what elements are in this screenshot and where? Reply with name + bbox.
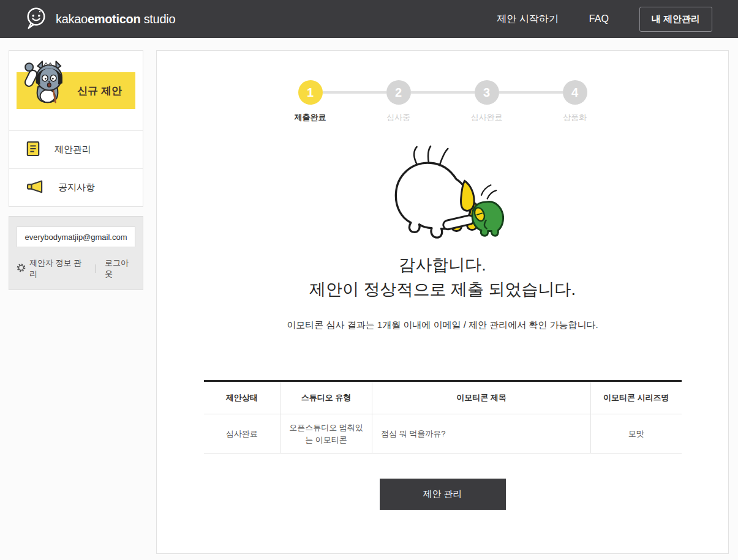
main-content: 1 제출완료 2 심사중 3 심사완료 4 상품화 (156, 50, 729, 554)
step-submitted: 1 제출완료 (298, 80, 323, 105)
table-row: 심사완료 오픈스튜디오 멈춰있는 이모티콘 점심 뭐 먹을까유? 모맛 (204, 414, 682, 454)
document-icon (26, 141, 40, 159)
sidebar-menu-card: 신규 제안 제안관리 (9, 50, 143, 207)
new-proposal-banner[interactable]: 신규 제안 (17, 72, 135, 109)
thanks-line-2: 제안이 정상적으로 제출 되었습니다. (157, 277, 728, 302)
col-header-studio-type: 스튜디오 유형 (281, 381, 372, 414)
cell-series: 모맛 (591, 414, 682, 454)
my-proposals-button[interactable]: 내 제안관리 (639, 7, 712, 32)
step-label: 상품화 (563, 112, 587, 123)
smiley-speech-bubble-icon (24, 6, 48, 32)
nav-start-proposal[interactable]: 제안 시작하기 (497, 13, 558, 26)
proposal-manage-button[interactable]: 제안 관리 (380, 479, 506, 510)
col-header-status: 제안상태 (204, 381, 281, 414)
thanks-line-1: 감사합니다. (157, 253, 728, 277)
step-label: 제출완료 (295, 112, 326, 123)
brand-logo[interactable]: kakaoemoticon studio (24, 6, 175, 32)
thanks-message: 감사합니다. 제안이 정상적으로 제출 되었습니다. (157, 253, 728, 302)
step-in-review: 2 심사중 (386, 80, 411, 105)
col-header-series: 이모티콘 시리즈명 (591, 381, 682, 414)
proposal-result-table: 제안상태 스튜디오 유형 이모티콘 제목 이모티콘 시리즈명 심사완료 오픈스튜… (204, 380, 682, 454)
step-commercialization: 4 상품화 (563, 80, 587, 105)
sidebar-item-notices[interactable]: 공지사항 (9, 168, 143, 206)
step-label: 심사중 (386, 112, 410, 123)
sidebar-item-label: 제안관리 (55, 144, 91, 155)
step-circle: 1 (298, 80, 323, 105)
account-card: everybodymatjip@gmail.com 제안자 정보 관리 로그아웃 (9, 216, 143, 290)
cell-studio-type: 오픈스튜디오 멈춰있는 이모티콘 (281, 414, 372, 454)
step-circle: 4 (563, 80, 587, 105)
divider (96, 264, 96, 273)
logout-link[interactable]: 로그아웃 (105, 258, 135, 280)
col-header-title: 이모티콘 제목 (372, 381, 591, 414)
sidebar: 신규 제안 제안관리 (9, 50, 143, 290)
step-circle: 3 (475, 80, 499, 105)
step-connector (499, 91, 563, 94)
cell-status: 심사완료 (204, 414, 281, 454)
step-connector (323, 91, 386, 94)
page-layout: 신규 제안 제안관리 (0, 38, 738, 554)
cat-character-icon (20, 57, 73, 107)
brand-title: kakaoemoticon studio (56, 12, 175, 26)
megaphone-icon (26, 179, 43, 196)
account-email: everybodymatjip@gmail.com (17, 226, 135, 247)
progress-steps: 1 제출완료 2 심사중 3 심사완료 4 상품화 (298, 80, 587, 105)
header-nav: 제안 시작하기 FAQ 내 제안관리 (497, 7, 712, 32)
step-review-complete: 3 심사완료 (475, 80, 499, 105)
step-label: 심사완료 (471, 112, 503, 123)
nav-faq[interactable]: FAQ (589, 13, 609, 24)
gear-icon (17, 263, 26, 274)
new-proposal-section: 신규 제안 (9, 51, 143, 130)
step-connector (411, 91, 475, 94)
new-proposal-label: 신규 제안 (77, 84, 122, 98)
account-actions: 제안자 정보 관리 로그아웃 (17, 258, 135, 280)
cell-title: 점심 뭐 먹을까유? (372, 414, 591, 454)
profile-settings-label: 제안자 정보 관리 (29, 258, 87, 280)
step-circle: 2 (386, 80, 411, 105)
top-header: kakaoemoticon studio 제안 시작하기 FAQ 내 제안관리 (0, 0, 738, 38)
sidebar-item-label: 공지사항 (58, 182, 95, 193)
review-notice: 이모티콘 심사 결과는 1개월 이내에 이메일 / 제안 관리에서 확인 가능합… (157, 319, 728, 331)
bowing-characters-illustration (157, 145, 728, 244)
table-header-row: 제안상태 스튜디오 유형 이모티콘 제목 이모티콘 시리즈명 (204, 381, 682, 414)
sidebar-item-proposal-management[interactable]: 제안관리 (9, 130, 143, 168)
profile-settings-link[interactable]: 제안자 정보 관리 (17, 258, 87, 280)
